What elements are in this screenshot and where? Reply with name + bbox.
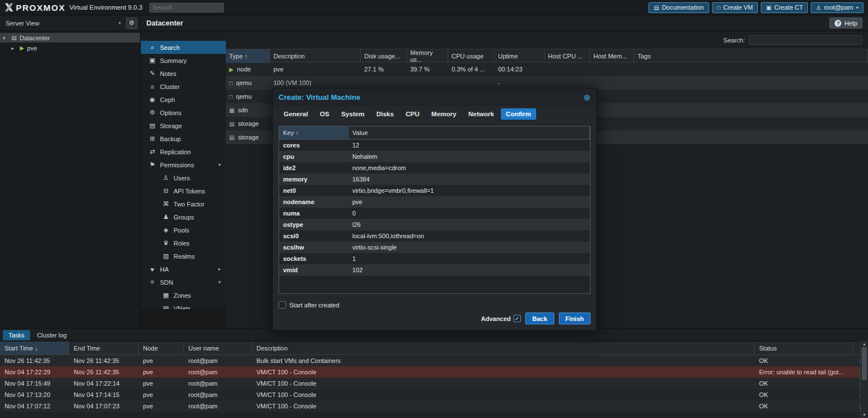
nav-item[interactable]: ◉ Ceph: [141, 93, 226, 106]
nav-item[interactable]: ♟ Groups: [141, 210, 226, 223]
column-header-disk-usage[interactable]: Disk usage...: [361, 49, 407, 63]
documentation-icon: ▤: [654, 5, 659, 11]
summary-row[interactable]: ostype l26: [279, 219, 590, 230]
nav-item-icon: ⊟: [162, 187, 170, 195]
dialog-tab[interactable]: Network: [463, 108, 499, 120]
nav-item[interactable]: ♥ HA ▸: [141, 263, 226, 276]
nav-item[interactable]: ▤ VNets: [141, 302, 226, 309]
nav-item[interactable]: ♙ Users: [141, 171, 226, 184]
column-header-value[interactable]: Value: [348, 126, 590, 139]
dialog-header[interactable]: Create: Virtual Machine ⊗: [273, 88, 596, 106]
back-button[interactable]: Back: [525, 313, 554, 324]
create-ct-button[interactable]: ▣ Create CT: [761, 2, 808, 13]
nav-item[interactable]: ⇄ Replication: [141, 145, 226, 158]
column-header-user-name[interactable]: User name: [184, 341, 252, 354]
summary-row[interactable]: ide2 none,media=cdrom: [279, 162, 590, 174]
column-header-description[interactable]: Description: [252, 341, 755, 354]
user-name-cell: root@pam: [184, 403, 252, 409]
summary-row[interactable]: net0 virtio,bridge=vmbr0,firewall=1: [279, 185, 590, 196]
nav-item[interactable]: ⌘ Two Factor: [141, 197, 226, 210]
summary-row[interactable]: vmid 102: [279, 264, 590, 276]
column-header-end-time[interactable]: End Time: [69, 341, 138, 354]
nav-item[interactable]: ≡ Cluster: [141, 80, 226, 93]
nav-item[interactable]: ♛ Roles: [141, 237, 226, 250]
dialog-tab[interactable]: General: [279, 108, 313, 120]
column-header-start-time[interactable]: Start Time ↓: [0, 341, 69, 354]
summary-row[interactable]: sockets 1: [279, 253, 590, 264]
finish-button[interactable]: Finish: [559, 313, 591, 324]
summary-row[interactable]: cores 12: [279, 140, 590, 151]
scroll-up-icon[interactable]: ▲: [862, 342, 866, 346]
column-header-host-mem[interactable]: Host Mem...: [590, 49, 634, 63]
summary-row[interactable]: nodename pve: [279, 196, 590, 208]
nav-item[interactable]: ✎ Notes: [141, 67, 226, 80]
tree-expander-icon[interactable]: ▾: [3, 35, 9, 41]
tree-settings-button[interactable]: ⚙: [126, 18, 137, 29]
create-vm-button[interactable]: □ Create VM: [712, 2, 759, 13]
column-header-uptime[interactable]: Uptime: [495, 49, 545, 63]
summary-row[interactable]: memory 16384: [279, 174, 590, 185]
dialog-tab[interactable]: Disks: [371, 108, 399, 120]
dialog-tab[interactable]: Confirm: [501, 108, 536, 120]
dialog-tab[interactable]: Memory: [426, 108, 461, 120]
summary-row[interactable]: scsihw virtio-scsi-single: [279, 242, 590, 253]
summary-row[interactable]: scsi0 local-lvm:500,iothread=on: [279, 230, 590, 242]
start-after-created-checkbox[interactable]: [279, 301, 286, 309]
column-header-cpu-usage[interactable]: CPU usage: [448, 49, 495, 63]
user-menu-button[interactable]: ♙ root@pam ▾: [811, 2, 863, 13]
column-header-node[interactable]: Node: [138, 341, 184, 354]
column-header-type[interactable]: Type ↑: [226, 49, 270, 63]
nav-item[interactable]: ⊟ API Tokens: [141, 184, 226, 197]
nav-item[interactable]: ▣ Summary: [141, 54, 226, 67]
nav-item[interactable]: ⊞ Backup: [141, 132, 226, 145]
summary-row[interactable]: numa 0: [279, 208, 590, 219]
column-header-memory-usage[interactable]: Memory us...: [407, 49, 448, 63]
scroll-down-icon[interactable]: ▼: [862, 413, 866, 417]
global-search-input[interactable]: [149, 3, 224, 12]
scrollbar-thumb[interactable]: [862, 347, 867, 380]
nav-item[interactable]: ▥ Realms: [141, 250, 226, 263]
tasks-tab[interactable]: Tasks: [3, 330, 30, 340]
tree-expander-icon[interactable]: ▸: [11, 45, 17, 51]
nav-item[interactable]: ⌕ Search: [141, 41, 226, 54]
nav-item[interactable]: ◈ Pools: [141, 223, 226, 237]
close-icon[interactable]: ⊗: [583, 93, 591, 102]
tasks-tab[interactable]: Cluster log: [31, 330, 73, 340]
task-row[interactable]: Nov 04 17:22:29 Nov 26 11:42:35 pve root…: [0, 366, 868, 378]
task-row[interactable]: Nov 04 17:07:12 Nov 04 17:07:23 pve root…: [0, 400, 868, 412]
nav-expander-icon[interactable]: ▸: [218, 267, 221, 272]
dialog-tab[interactable]: System: [336, 108, 369, 120]
documentation-button[interactable]: ▤ Documentation: [648, 2, 709, 13]
nav-expander-icon[interactable]: ▾: [218, 280, 221, 285]
advanced-checkbox[interactable]: ✓: [513, 315, 521, 322]
nav-item[interactable]: ⚑ Permissions ▾: [141, 158, 226, 171]
start-time-cell: Nov 04 17:15:49: [0, 380, 69, 387]
nav-item-label: Roles: [174, 240, 189, 247]
column-header-host-cpu[interactable]: Host CPU ...: [545, 49, 590, 63]
tasks-scrollbar[interactable]: ▲ ▼: [860, 341, 868, 418]
column-header-description[interactable]: Description: [270, 49, 361, 63]
table-search-input[interactable]: [749, 35, 862, 45]
summary-row[interactable]: cpu Nehalem: [279, 151, 590, 162]
task-row[interactable]: Nov 04 17:15:49 Nov 04 17:22:14 pve root…: [0, 378, 868, 389]
help-button[interactable]: ? Help: [829, 18, 862, 28]
tree-item[interactable]: ▸ ▶ pve: [0, 43, 140, 53]
top-header: PROXMOX Virtual Environment 9.0.3 ▤ Docu…: [0, 0, 868, 15]
view-selector[interactable]: Server View ▾: [3, 18, 124, 29]
column-header-tags[interactable]: Tags: [634, 49, 868, 63]
nav-item[interactable]: ▦ Zones: [141, 289, 226, 302]
column-header-status[interactable]: Status: [755, 341, 853, 354]
tree-item-label: Datacenter: [19, 35, 50, 41]
nav-expander-icon[interactable]: ▾: [218, 162, 221, 167]
nav-item[interactable]: ▤ Storage: [141, 119, 226, 132]
resource-row[interactable]: ▶ node pve 27.1 % 39.7 % 0.3% of 4 ... 0…: [226, 62, 868, 76]
column-header-key[interactable]: Key ↑: [279, 126, 348, 139]
dialog-tab[interactable]: OS: [315, 108, 335, 120]
task-row[interactable]: Nov 04 17:13:20 Nov 04 17:14:15 pve root…: [0, 389, 868, 400]
task-row[interactable]: Nov 26 11:42:35 Nov 26 11:42:35 pve root…: [0, 355, 868, 366]
tree-item[interactable]: ▾ ▤ Datacenter: [0, 33, 140, 43]
nav-item[interactable]: ⚙ Options: [141, 106, 226, 119]
nav-item[interactable]: ⚛ SDN ▾: [141, 276, 226, 289]
dialog-tab[interactable]: CPU: [401, 108, 424, 120]
type-label: qemu: [236, 93, 252, 100]
